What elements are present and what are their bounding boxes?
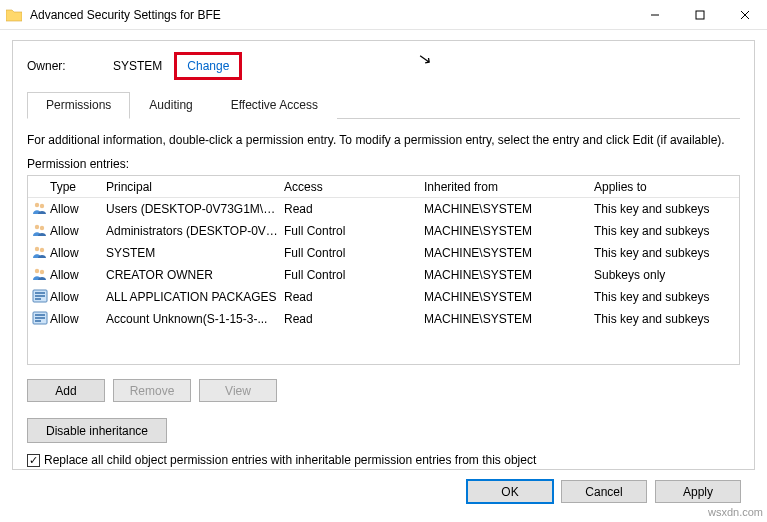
cell-type: Allow — [50, 268, 106, 282]
cell-access: Read — [284, 312, 424, 326]
apply-button[interactable]: Apply — [655, 480, 741, 503]
replace-children-label: Replace all child object permission entr… — [44, 453, 536, 467]
minimize-button[interactable] — [632, 0, 677, 29]
header-access[interactable]: Access — [284, 180, 424, 194]
view-button[interactable]: View — [199, 379, 277, 402]
svg-rect-18 — [35, 317, 45, 319]
maximize-button[interactable] — [677, 0, 722, 29]
svg-rect-19 — [35, 320, 41, 322]
principal-icon — [28, 311, 50, 328]
replace-children-checkbox[interactable]: ✓ — [27, 454, 40, 467]
cell-principal: Administrators (DESKTOP-0V7... — [106, 224, 284, 238]
close-button[interactable] — [722, 0, 767, 29]
folder-icon — [6, 8, 22, 22]
cell-applies: Subkeys only — [594, 268, 739, 282]
header-applies[interactable]: Applies to — [594, 180, 739, 194]
svg-rect-15 — [35, 298, 41, 300]
header-inherited[interactable]: Inherited from — [424, 180, 594, 194]
watermark: wsxdn.com — [708, 506, 763, 518]
cell-inherited: MACHINE\SYSTEM — [424, 202, 594, 216]
table-row[interactable]: AllowCREATOR OWNERFull ControlMACHINE\SY… — [28, 264, 739, 286]
ok-button[interactable]: OK — [467, 480, 553, 503]
remove-button[interactable]: Remove — [113, 379, 191, 402]
principal-icon — [28, 201, 50, 218]
tabstrip: Permissions Auditing Effective Access — [27, 91, 740, 119]
owner-label: Owner: — [27, 59, 113, 73]
owner-row: Owner: SYSTEM Change — [27, 51, 740, 81]
cell-access: Read — [284, 202, 424, 216]
cell-applies: This key and subkeys — [594, 224, 739, 238]
cell-type: Allow — [50, 312, 106, 326]
principal-icon — [28, 267, 50, 284]
cell-inherited: MACHINE\SYSTEM — [424, 268, 594, 282]
cell-inherited: MACHINE\SYSTEM — [424, 224, 594, 238]
svg-point-5 — [40, 203, 44, 207]
header-type[interactable]: Type — [50, 180, 106, 194]
svg-rect-17 — [35, 314, 45, 316]
cancel-button[interactable]: Cancel — [561, 480, 647, 503]
table-row[interactable]: AllowUsers (DESKTOP-0V73G1M\Us...ReadMAC… — [28, 198, 739, 220]
cell-applies: This key and subkeys — [594, 290, 739, 304]
header-principal[interactable]: Principal — [106, 180, 284, 194]
svg-point-9 — [40, 247, 44, 251]
instruction-text: For additional information, double-click… — [27, 133, 740, 147]
cell-inherited: MACHINE\SYSTEM — [424, 290, 594, 304]
cell-type: Allow — [50, 246, 106, 260]
cell-type: Allow — [50, 290, 106, 304]
principal-icon — [28, 245, 50, 262]
main-panel: ↘ Owner: SYSTEM Change Permissions Audit… — [12, 40, 755, 470]
cell-principal: CREATOR OWNER — [106, 268, 284, 282]
table-row[interactable]: AllowSYSTEMFull ControlMACHINE\SYSTEMThi… — [28, 242, 739, 264]
tab-effective-access[interactable]: Effective Access — [212, 92, 337, 119]
change-owner-link[interactable]: Change — [174, 52, 242, 80]
entry-buttons: Add Remove View — [27, 379, 740, 402]
cell-applies: This key and subkeys — [594, 312, 739, 326]
disable-inheritance-button[interactable]: Disable inheritance — [27, 418, 167, 443]
svg-point-6 — [35, 224, 39, 228]
svg-rect-14 — [35, 295, 45, 297]
entries-label: Permission entries: — [27, 157, 740, 171]
cell-applies: This key and subkeys — [594, 202, 739, 216]
svg-point-10 — [35, 268, 39, 272]
replace-children-checkbox-row: ✓ Replace all child object permission en… — [27, 453, 740, 467]
svg-rect-13 — [35, 292, 45, 294]
permission-grid[interactable]: Type Principal Access Inherited from App… — [27, 175, 740, 365]
svg-rect-1 — [696, 11, 704, 19]
table-row[interactable]: AllowAccount Unknown(S-1-15-3-...ReadMAC… — [28, 308, 739, 330]
titlebar: Advanced Security Settings for BFE — [0, 0, 767, 30]
principal-icon — [28, 223, 50, 240]
cell-access: Full Control — [284, 224, 424, 238]
cell-access: Full Control — [284, 246, 424, 260]
window-title: Advanced Security Settings for BFE — [30, 8, 632, 22]
grid-header: Type Principal Access Inherited from App… — [28, 176, 739, 198]
svg-point-7 — [40, 225, 44, 229]
cell-access: Read — [284, 290, 424, 304]
add-button[interactable]: Add — [27, 379, 105, 402]
cell-type: Allow — [50, 224, 106, 238]
cell-principal: ALL APPLICATION PACKAGES — [106, 290, 284, 304]
table-row[interactable]: AllowAdministrators (DESKTOP-0V7...Full … — [28, 220, 739, 242]
cell-applies: This key and subkeys — [594, 246, 739, 260]
tab-permissions[interactable]: Permissions — [27, 92, 130, 119]
principal-icon — [28, 289, 50, 306]
cell-type: Allow — [50, 202, 106, 216]
cell-inherited: MACHINE\SYSTEM — [424, 246, 594, 260]
svg-point-4 — [35, 202, 39, 206]
window-controls — [632, 0, 767, 29]
table-row[interactable]: AllowALL APPLICATION PACKAGESReadMACHINE… — [28, 286, 739, 308]
cell-inherited: MACHINE\SYSTEM — [424, 312, 594, 326]
cell-principal: Users (DESKTOP-0V73G1M\Us... — [106, 202, 284, 216]
cell-principal: SYSTEM — [106, 246, 284, 260]
svg-point-8 — [35, 246, 39, 250]
dialog-buttons: OK Cancel Apply — [12, 470, 755, 503]
svg-point-11 — [40, 269, 44, 273]
tab-auditing[interactable]: Auditing — [130, 92, 211, 119]
cell-access: Full Control — [284, 268, 424, 282]
owner-value: SYSTEM — [113, 59, 162, 73]
cell-principal: Account Unknown(S-1-15-3-... — [106, 312, 284, 326]
